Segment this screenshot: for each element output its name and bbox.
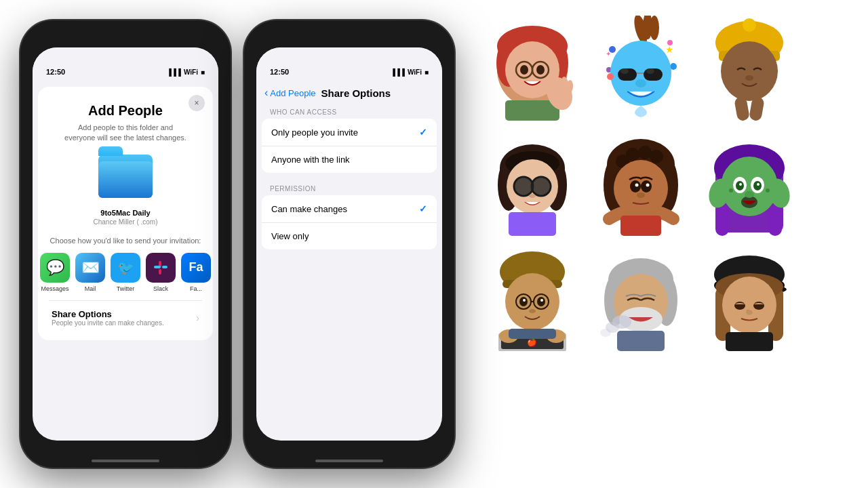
svg-rect-56 (509, 212, 556, 236)
wifi-icon: WiFi (184, 68, 198, 76)
svg-point-81 (757, 183, 760, 186)
share-app-messages[interactable]: 💬 Messages (40, 253, 70, 292)
svg-point-80 (739, 183, 742, 186)
memoji-person-black-hat (698, 244, 800, 352)
invite-only-checkmark: ✓ (419, 127, 427, 138)
folder-email: Chance Miller ( .com) (49, 218, 202, 226)
phone-1-home-bar (92, 460, 159, 462)
svg-point-53 (532, 178, 550, 195)
permission-label: PERMISSION (262, 181, 437, 195)
svg-point-94 (519, 297, 528, 306)
phone-1-time: 12:50 (46, 68, 65, 76)
phone-2-screen: 12:50 ▐▐▐ WiFi ■ ‹ Add People Share Opti… (256, 47, 442, 441)
phone-1-screen: 12:50 ▐▐▐ WiFi ■ × Add People Add people… (33, 47, 218, 441)
folder-name: 9to5Mac Daily (49, 209, 202, 217)
memoji-older-person (590, 244, 692, 352)
more-icon: Fa (181, 253, 211, 283)
svg-point-67 (635, 183, 638, 186)
add-people-title: Add People (49, 103, 202, 119)
svg-text:★: ★ (665, 44, 674, 55)
svg-point-95 (537, 297, 545, 306)
more-label: Fa... (190, 285, 202, 292)
svg-rect-69 (620, 216, 661, 236)
back-label: Add People (270, 88, 315, 98)
memoji-woman-hearts: ❤ ❤ (481, 129, 583, 237)
share-options-nav-title: Share Options (321, 87, 391, 99)
share-options-row[interactable]: Share Options People you invite can make… (49, 300, 202, 329)
svg-rect-113 (617, 331, 665, 351)
svg-point-63 (650, 150, 663, 163)
memoji-section: ★ ✦ (468, 0, 821, 488)
phone-1: 12:50 ▐▐▐ WiFi ■ × Add People Add people… (20, 20, 231, 468)
option-view-only-label: View only (271, 231, 309, 241)
share-app-more[interactable]: Fa Fa... (181, 253, 211, 292)
option-can-make-changes[interactable]: Can make changes ✓ (262, 195, 437, 223)
share-app-twitter[interactable]: 🐦 Twitter (111, 253, 140, 292)
messages-icon: 💬 (40, 253, 70, 283)
option-invite-only-label: Only people you invite (271, 127, 358, 138)
battery-icon: ■ (201, 68, 205, 76)
memoji-zombie-woman (698, 129, 800, 237)
svg-point-85 (745, 191, 754, 198)
slack-label: Slack (153, 285, 168, 292)
svg-point-78 (736, 181, 744, 190)
memoji-person-crossing-arms (590, 129, 692, 237)
phone-1-notch (85, 27, 166, 45)
option-view-only[interactable]: View only (262, 223, 437, 249)
svg-point-68 (646, 183, 649, 186)
phone-1-status-bar: 12:50 ▐▐▐ WiFi ■ (33, 47, 218, 81)
svg-point-121 (734, 302, 745, 310)
back-button[interactable]: ‹ Add People (264, 87, 316, 99)
permission-group: PERMISSION Can make changes ✓ View only (262, 181, 437, 249)
option-invite-only[interactable]: Only people you invite ✓ (262, 119, 437, 146)
memoji-woman-red-hair (481, 14, 583, 122)
svg-point-87 (766, 188, 770, 192)
memoji-person-laptop: 🍎 (481, 244, 583, 352)
share-options-chevron: › (196, 312, 199, 323)
share-apps-row: 💬 Messages ✉️ Mail 🐦 Twitter (49, 253, 202, 292)
svg-point-14 (536, 65, 545, 75)
svg-point-55 (529, 194, 536, 198)
phone-2-notch (309, 27, 390, 45)
svg-rect-3 (162, 266, 167, 268)
svg-point-62 (638, 146, 652, 159)
svg-point-96 (523, 299, 526, 302)
option-anyone-link-label: Anyone with the link (271, 155, 350, 165)
svg-point-66 (641, 180, 652, 192)
svg-rect-125 (726, 332, 773, 351)
share-options-info: Share Options People you invite can make… (52, 309, 164, 327)
svg-point-52 (515, 178, 532, 195)
phone-2-status-bar: 12:50 ▐▐▐ WiFi ■ (256, 47, 442, 81)
folder-inner (98, 161, 153, 198)
permission-list: Can make changes ✓ View only (262, 195, 437, 249)
share-app-mail[interactable]: ✉️ Mail (75, 253, 105, 292)
share-app-slack[interactable]: Slack (146, 253, 176, 292)
svg-point-61 (626, 148, 639, 161)
invite-text: Choose how you'd like to send your invit… (49, 237, 202, 245)
option-anyone-link[interactable]: Anyone with the link (262, 146, 437, 173)
svg-point-21 (650, 16, 659, 40)
phone-2-time: 12:50 (270, 68, 289, 76)
memoji-genie: ★ ✦ (590, 14, 692, 122)
memoji-person-yellow-hat (698, 14, 800, 122)
add-people-subtitle: Add people to this folder and everyone w… (49, 123, 202, 144)
svg-point-124 (746, 310, 753, 314)
memoji-grid: ★ ✦ (475, 7, 807, 359)
svg-point-79 (753, 181, 762, 190)
option-can-make-changes-label: Can make changes (271, 204, 347, 214)
folder-icon (98, 155, 153, 198)
twitter-icon: 🐦 (111, 253, 140, 283)
who-can-access-group: WHO CAN ACCESS Only people you invite ✓ … (262, 104, 437, 173)
can-make-changes-checkmark: ✓ (419, 203, 427, 214)
svg-point-40 (745, 75, 753, 81)
share-options-title: Share Options (52, 309, 164, 319)
wifi-icon-2: WiFi (408, 68, 422, 76)
mail-label: Mail (85, 285, 96, 292)
svg-point-30 (620, 68, 629, 74)
close-button[interactable]: × (189, 95, 205, 111)
svg-point-122 (753, 302, 764, 310)
twitter-label: Twitter (117, 285, 135, 292)
phone-1-status-icons: ▐▐▐ WiFi ■ (167, 68, 205, 76)
svg-point-38 (743, 18, 756, 32)
phone-1-content-card: × Add People Add people to this folder a… (38, 87, 213, 340)
